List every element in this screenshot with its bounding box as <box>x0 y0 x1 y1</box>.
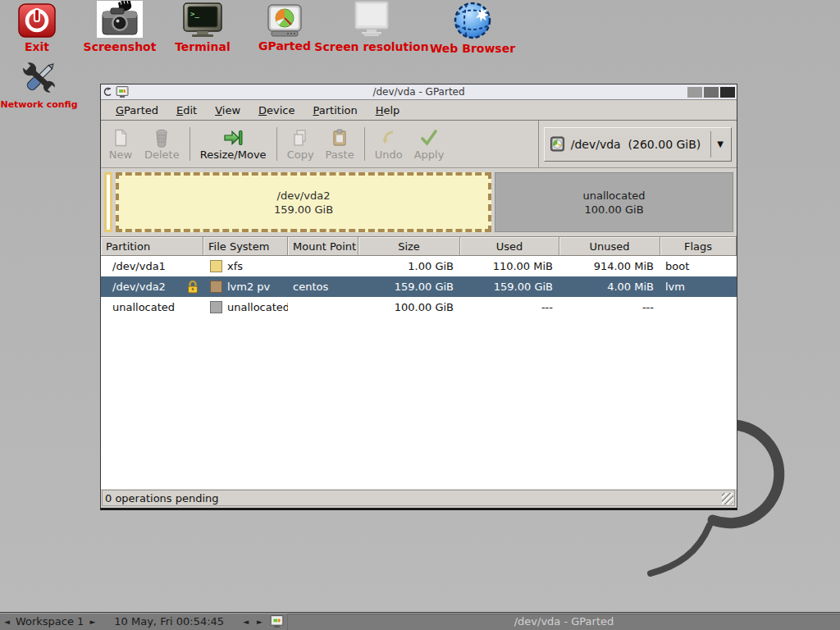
workspace-label: Workspace 1 <box>14 615 85 628</box>
disk-visual-bar: /dev/vda2 159.00 GiB unallocated 100.00 … <box>101 168 737 237</box>
toolbar-separator <box>364 127 365 161</box>
table-row-vda1[interactable]: /dev/vda1 xfs 1.00 GiB 110.00 MiB 914.00… <box>101 256 737 276</box>
taskbar-window-button[interactable]: /dev/vda - GParted <box>287 614 840 630</box>
toolbar: New Delete <box>101 121 737 168</box>
toolbar-separator <box>276 127 277 161</box>
device-selector[interactable]: /dev/vda (260.00 GiB) ▼ <box>544 127 732 162</box>
diskbar-partition-size: 159.00 GiB <box>274 203 333 217</box>
workspace-next-arrow-icon[interactable]: ► <box>85 618 99 626</box>
table-row-unallocated[interactable]: unallocated unallocated 100.00 GiB --- -… <box>101 297 737 317</box>
taskbar-window-title: /dev/vda - GParted <box>514 615 614 628</box>
resize-move-button[interactable]: Resize/Move <box>194 126 272 163</box>
apply-check-icon <box>419 128 439 148</box>
menu-view[interactable]: View <box>207 102 249 119</box>
filesystem-color-swatch <box>210 260 222 272</box>
chevron-down-icon[interactable]: ▼ <box>714 139 726 148</box>
desktop: Exit Screenshot >_ Term <box>0 0 840 630</box>
desktop-icon-label: Screenshot <box>84 40 157 53</box>
column-header-size: Size <box>358 237 460 256</box>
filesystem-color-swatch <box>210 281 222 293</box>
workspace-prev-arrow-icon[interactable]: ◄ <box>0 618 14 626</box>
diskbar-partition-label: /dev/vda2 <box>277 189 331 203</box>
column-header-mountpoint: Mount Point <box>288 237 358 256</box>
paste-icon <box>330 128 349 148</box>
table-row-vda2-selected[interactable]: /dev/vda2 lvm2 pv centos 159.00 GiB 159.… <box>101 276 737 297</box>
paste-button[interactable]: Paste <box>320 126 360 163</box>
lock-icon <box>187 280 199 294</box>
desktop-icon-label: Terminal <box>175 40 231 53</box>
close-button[interactable] <box>720 87 735 98</box>
new-button[interactable]: New <box>103 126 139 163</box>
desktop-icon-gparted[interactable]: GParted <box>250 4 319 52</box>
desktop-icon-label: GParted <box>258 39 311 52</box>
partition-table: Partition File System Mount Point Size U… <box>101 237 737 489</box>
column-header-unused: Unused <box>559 237 660 256</box>
diskbar-partition-vda1[interactable] <box>104 172 112 232</box>
column-header-filesystem: File System <box>203 237 288 256</box>
tools-icon <box>16 59 62 97</box>
diskbar-unallocated-label: unallocated <box>582 189 645 203</box>
undo-button[interactable]: Undo <box>369 126 409 163</box>
desktop-icon-screen-resolution[interactable]: Screen resolution <box>318 1 425 53</box>
resize-grip[interactable] <box>722 493 733 504</box>
column-header-partition: Partition <box>101 237 203 256</box>
new-partition-icon <box>111 128 130 148</box>
menu-edit[interactable]: Edit <box>168 102 205 119</box>
table-header-row: Partition File System Mount Point Size U… <box>101 237 737 256</box>
resize-move-icon <box>222 128 244 148</box>
filesystem-color-swatch <box>210 301 222 313</box>
desktop-icon-terminal[interactable]: >_ Terminal <box>167 2 239 53</box>
toolbar-separator <box>189 127 190 161</box>
window-titlebar: /dev/vda - GParted <box>101 84 737 100</box>
device-selector-value: /dev/vda (260.00 GiB) <box>571 138 701 151</box>
copy-icon <box>290 128 310 148</box>
desktop-icon-exit[interactable]: Exit <box>4 3 70 53</box>
column-header-used: Used <box>460 237 559 256</box>
apply-button[interactable]: Apply <box>409 126 450 163</box>
gparted-taskbar-icon[interactable] <box>270 615 284 628</box>
maximize-button[interactable] <box>704 87 719 98</box>
terminal-icon: >_ <box>181 2 224 38</box>
diskbar-unallocated-size: 100.00 GiB <box>584 203 643 217</box>
desktop-icon-label: Network config <box>0 99 77 110</box>
diskbar-partition-vda2-selected[interactable]: /dev/vda2 159.00 GiB <box>116 172 491 232</box>
menu-help[interactable]: Help <box>368 102 409 119</box>
desktop-icon-web-browser[interactable]: Web Browser <box>423 1 522 55</box>
copy-button[interactable]: Copy <box>281 126 320 163</box>
task-next-arrow-icon[interactable]: ► <box>253 618 267 626</box>
monitor-icon <box>350 1 393 38</box>
desktop-icon-label: Exit <box>25 40 49 53</box>
menu-partition[interactable]: Partition <box>305 102 366 119</box>
taskbar: ◄ Workspace 1 ► 10 May, Fri 00:54:45 ◄ ►… <box>0 612 840 630</box>
power-icon <box>18 3 56 38</box>
window-title: /dev/vda - GParted <box>101 86 737 98</box>
undo-icon <box>379 128 399 148</box>
menubar: GParted Edit View Device Partition Help <box>101 100 737 121</box>
combo-separator <box>710 131 711 158</box>
hard-drive-icon <box>550 136 566 153</box>
pending-operations-text: 0 operations pending <box>105 492 219 504</box>
desktop-icon-screenshot[interactable]: Screenshot <box>80 1 159 53</box>
diskbar-unallocated[interactable]: unallocated 100.00 GiB <box>495 172 733 232</box>
statusbar: 0 operations pending <box>102 490 735 506</box>
desktop-icon-network-config[interactable]: Network config <box>0 59 78 110</box>
desktop-icon-label: Web Browser <box>430 42 515 55</box>
menu-device[interactable]: Device <box>250 102 303 119</box>
camera-icon <box>97 1 143 38</box>
delete-partition-icon <box>152 128 171 148</box>
table-empty-area <box>101 317 737 489</box>
device-selector-zone: /dev/vda (260.00 GiB) ▼ <box>538 121 737 167</box>
menu-gparted[interactable]: GParted <box>107 102 167 119</box>
disk-pie-icon <box>265 4 304 37</box>
svg-text:>_: >_ <box>190 10 199 18</box>
desktop-icon-label: Screen resolution <box>314 40 428 53</box>
taskbar-clock: 10 May, Fri 00:54:45 <box>99 615 239 628</box>
column-header-flags: Flags <box>660 237 737 256</box>
globe-icon <box>452 1 493 39</box>
delete-button[interactable]: Delete <box>139 126 185 163</box>
gparted-window: /dev/vda - GParted GParted Edit View Dev… <box>100 84 737 510</box>
task-prev-arrow-icon[interactable]: ◄ <box>239 618 253 626</box>
minimize-button[interactable] <box>687 87 702 98</box>
